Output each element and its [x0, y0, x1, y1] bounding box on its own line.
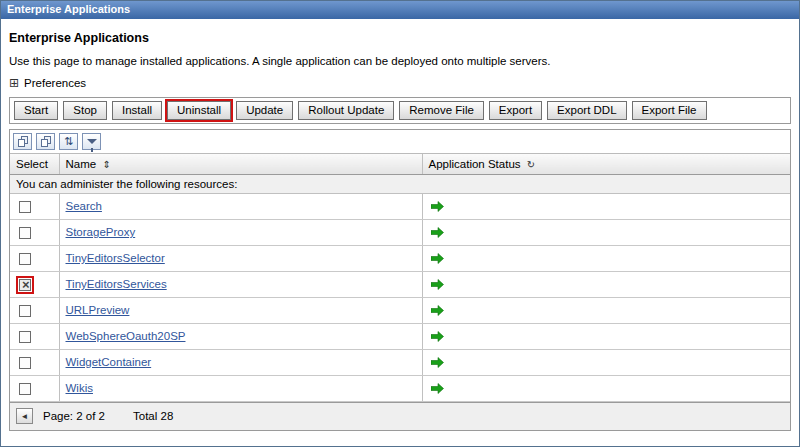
window-title: Enterprise Applications — [7, 3, 130, 15]
uninstall-button[interactable]: Uninstall — [167, 101, 231, 120]
column-header-application-status[interactable]: Application Status ↻ — [422, 154, 790, 175]
select-cell — [10, 272, 59, 298]
status-cell — [422, 350, 790, 376]
select-all-button[interactable] — [13, 133, 32, 150]
status-cell — [422, 324, 790, 350]
table-row: Wikis — [10, 376, 790, 402]
name-cell: Wikis — [59, 376, 422, 402]
preferences-toggle[interactable]: ⊞ Preferences — [9, 77, 86, 89]
table-row: TinyEditorsServices — [10, 272, 790, 298]
application-link[interactable]: TinyEditorsSelector — [66, 252, 165, 264]
row-checkbox[interactable] — [19, 253, 31, 265]
column-header-name[interactable]: Name ⇕ — [59, 154, 422, 175]
page-title: Enterprise Applications — [9, 31, 791, 45]
name-cell: StorageProxy — [59, 220, 422, 246]
export-button[interactable]: Export — [489, 101, 542, 120]
select-all-icon — [18, 136, 28, 147]
export-ddl-button[interactable]: Export DDL — [547, 101, 626, 120]
application-link[interactable]: TinyEditorsServices — [66, 278, 167, 290]
application-link[interactable]: Search — [66, 200, 102, 212]
button-wrap-stop: Stop — [61, 99, 109, 122]
total-count: Total 28 — [133, 410, 173, 422]
table-row: WidgetContainer — [10, 350, 790, 376]
row-checkbox[interactable] — [19, 383, 31, 395]
status-cell — [422, 272, 790, 298]
button-wrap-remove-file: Remove File — [397, 99, 486, 122]
application-status-started-icon — [431, 278, 444, 290]
name-cell: TinyEditorsSelector — [59, 246, 422, 272]
table-header-row: Select Name ⇕ Application Status ↻ — [10, 154, 790, 175]
application-link[interactable]: URLPreview — [66, 304, 130, 316]
status-cell — [422, 220, 790, 246]
application-link[interactable]: StorageProxy — [66, 226, 136, 238]
table-row: StorageProxy — [10, 220, 790, 246]
application-status-started-icon — [431, 226, 444, 238]
remove-file-button[interactable]: Remove File — [399, 101, 484, 120]
hide-filter-icon — [87, 139, 97, 144]
row-checkbox[interactable] — [19, 305, 31, 317]
deselect-all-button[interactable] — [36, 133, 55, 150]
table-caption-row: You can administer the following resourc… — [10, 175, 790, 194]
status-cell — [422, 246, 790, 272]
application-status-started-icon — [431, 356, 444, 368]
application-status-started-icon — [431, 304, 444, 316]
status-column-label: Application Status — [429, 158, 521, 170]
row-checkbox[interactable] — [19, 357, 31, 369]
window-titlebar: Enterprise Applications — [1, 1, 799, 19]
select-cell — [10, 220, 59, 246]
table-row: URLPreview — [10, 298, 790, 324]
table-row: Search — [10, 194, 790, 220]
button-wrap-update: Update — [234, 99, 295, 122]
applications-grid: Select Name ⇕ Application Status ↻ — [10, 154, 790, 402]
row-checkbox[interactable] — [19, 279, 31, 291]
highlight-box-uninstall: Uninstall — [165, 99, 233, 122]
sort-updown-icon[interactable]: ⇕ — [102, 159, 110, 170]
table-caption: You can administer the following resourc… — [10, 175, 790, 194]
previous-page-icon: ◄ — [21, 412, 29, 421]
preferences-label: Preferences — [24, 77, 86, 89]
application-link[interactable]: WebSphereOauth20SP — [66, 330, 186, 342]
select-cell — [10, 298, 59, 324]
status-cell — [422, 298, 790, 324]
button-wrap-export-ddl: Export DDL — [545, 99, 628, 122]
previous-page-button[interactable]: ◄ — [16, 408, 33, 424]
status-cell — [422, 194, 790, 220]
table-row: TinyEditorsSelector — [10, 246, 790, 272]
action-button-bar: StartStopInstallUninstallUpdateRollout U… — [9, 97, 791, 124]
page-description: Use this page to manage installed applic… — [9, 55, 791, 67]
application-status-started-icon — [431, 330, 444, 342]
name-cell: URLPreview — [59, 298, 422, 324]
name-cell: WebSphereOauth20SP — [59, 324, 422, 350]
row-checkbox[interactable] — [19, 331, 31, 343]
page-content: Enterprise Applications Use this page to… — [1, 19, 799, 431]
stop-button[interactable]: Stop — [63, 101, 107, 120]
button-wrap-start: Start — [12, 99, 60, 122]
status-cell — [422, 376, 790, 402]
row-checkbox[interactable] — [19, 201, 31, 213]
select-cell — [10, 194, 59, 220]
show-filter-button[interactable]: ⇅ — [59, 133, 78, 150]
select-cell — [10, 324, 59, 350]
pagination-bar: ◄ Page: 2 of 2 Total 28 — [10, 402, 790, 430]
export-file-button[interactable]: Export File — [632, 101, 707, 120]
update-button[interactable]: Update — [236, 101, 293, 120]
hide-filter-button[interactable] — [82, 133, 101, 150]
button-wrap-export: Export — [487, 99, 544, 122]
table-toolbar: ⇅ — [10, 130, 790, 154]
application-link[interactable]: WidgetContainer — [66, 356, 152, 368]
enterprise-applications-window: Enterprise Applications Enterprise Appli… — [0, 0, 800, 447]
application-link[interactable]: Wikis — [66, 382, 93, 394]
expand-icon[interactable]: ⊞ — [9, 78, 19, 89]
row-checkbox[interactable] — [19, 227, 31, 239]
column-header-select: Select — [10, 154, 59, 175]
refresh-icon[interactable]: ↻ — [527, 159, 535, 170]
show-filter-icon: ⇅ — [64, 136, 73, 147]
deselect-all-icon — [41, 136, 51, 147]
name-cell: WidgetContainer — [59, 350, 422, 376]
applications-table: ⇅ Select Name ⇕ — [9, 129, 791, 431]
start-button[interactable]: Start — [14, 101, 58, 120]
name-column-label: Name — [66, 158, 97, 170]
rollout-update-button[interactable]: Rollout Update — [298, 101, 394, 120]
install-button[interactable]: Install — [112, 101, 162, 120]
name-cell: Search — [59, 194, 422, 220]
